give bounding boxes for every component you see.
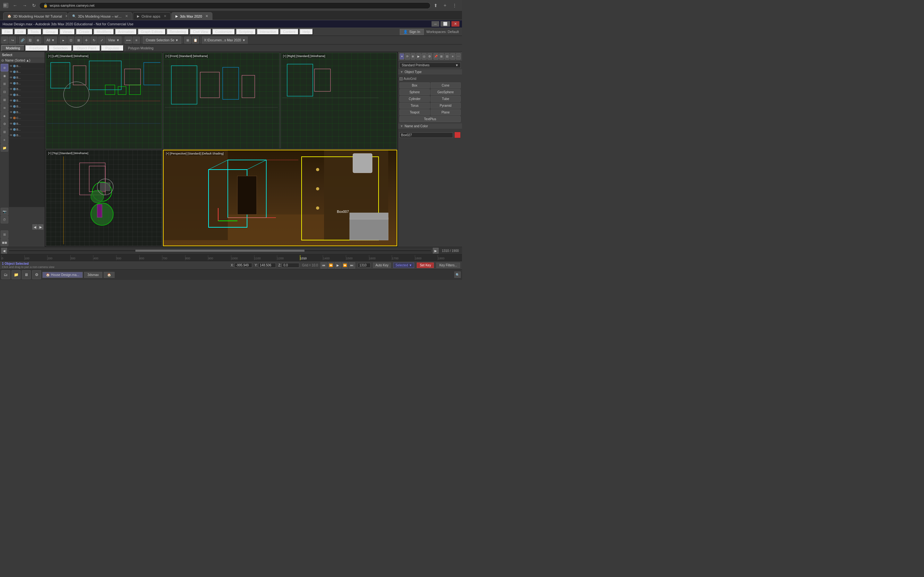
taskbar-3dsmax[interactable]: 3dsmax — [84, 272, 102, 278]
expand-btn[interactable]: ⊟ — [3, 3, 8, 8]
taskbar-house-design[interactable]: 🏠 House Design.ma... — [42, 272, 83, 278]
menu-views[interactable]: Views — [59, 29, 75, 35]
list-item[interactable]: 👁 B... — [9, 92, 45, 98]
workspace-path-dropdown[interactable]: X:\Documen...s Max 2020 ▼ — [202, 37, 248, 44]
visibility-eye[interactable]: 👁 — [10, 82, 13, 85]
address-bar[interactable]: 🔒 wcpss-samphire.cameyo.net — [39, 2, 431, 9]
textplus-button[interactable]: TextPlus — [399, 116, 461, 122]
x-input[interactable] — [234, 263, 252, 268]
cone-button[interactable]: Cone — [431, 82, 461, 89]
grid-btn[interactable]: ⊞ — [1, 230, 8, 238]
subtab-populate[interactable]: Populate — [101, 45, 124, 51]
utilities-btn[interactable]: ⚙ — [1, 120, 8, 127]
back-button[interactable]: ← — [11, 2, 19, 9]
visibility-eye[interactable]: 👁 — [10, 128, 13, 131]
filter-btn[interactable]: ≡ — [1, 136, 8, 143]
forward-button[interactable]: → — [21, 2, 29, 9]
key-filters-button[interactable]: Key Filters... — [436, 263, 460, 268]
layer-mgr-btn[interactable]: ⊞ — [184, 37, 191, 44]
rp-extra2-btn[interactable]: ⊟ — [445, 53, 449, 60]
snap-btn[interactable]: ⊞ — [1, 128, 8, 135]
subtab-modeling[interactable]: Modeling — [1, 45, 25, 51]
select-region-btn[interactable]: ⊡ — [67, 37, 74, 44]
motion-btn[interactable]: ≋ — [1, 104, 8, 111]
menu-file[interactable]: File — [1, 29, 13, 35]
visibility-eye[interactable]: 👁 — [10, 87, 13, 91]
reload-button[interactable]: ↻ — [30, 2, 38, 9]
link-button[interactable]: 🔗 — [19, 37, 26, 44]
subtab-freeform[interactable]: Freeform — [25, 45, 48, 51]
list-item[interactable]: 👁 B... — [9, 103, 45, 109]
subtab-object-paint[interactable]: Object Paint — [73, 45, 101, 51]
z-input[interactable] — [282, 263, 299, 268]
autogrid-checkbox[interactable] — [399, 77, 403, 81]
stats-btn[interactable]: ◼◼ — [1, 239, 8, 246]
rp-create-btn[interactable]: ✦ — [399, 53, 404, 60]
object-name-input[interactable] — [399, 132, 453, 138]
next-arrow[interactable]: ▶ — [38, 224, 43, 229]
selected-badge[interactable]: Selected ▼ — [393, 263, 415, 268]
go-start-btn[interactable]: ⏮ — [320, 262, 327, 269]
lasso-select-btn[interactable]: ⊠ — [75, 37, 82, 44]
titlebar-controls[interactable]: ─ ⬜ ✕ — [431, 21, 459, 27]
viewport-front[interactable]: [+] [Front] [Standard] [Wireframe] — [163, 53, 280, 149]
new-tab-button[interactable]: ＋ — [441, 2, 449, 9]
time-btn[interactable]: ⏱ — [1, 216, 8, 223]
viewport-top-right[interactable]: [+] [Right] [Standard] [Wireframe] — [280, 53, 397, 149]
visibility-eye[interactable]: 👁 — [10, 70, 13, 73]
rp-pin-btn[interactable]: 📌 — [433, 53, 438, 60]
visibility-eye[interactable]: 👁 — [10, 134, 13, 137]
scroll-left-btn[interactable]: ◀ — [1, 248, 7, 253]
menu-civil-view[interactable]: Civil View — [190, 29, 211, 35]
create-selection-button[interactable]: Create Selection Se ▼ — [143, 37, 181, 44]
redo-button[interactable]: ↪ — [9, 37, 16, 44]
autogrid-checkbox-label[interactable]: AutoGrid — [399, 77, 416, 81]
render-btn[interactable]: 📷 — [1, 208, 8, 215]
list-item[interactable]: 👁 B... — [9, 109, 45, 115]
bind-button[interactable]: ⊕ — [34, 37, 41, 44]
list-item[interactable]: 👁 B... — [9, 75, 45, 81]
menu-help[interactable]: Help — [299, 29, 313, 35]
list-item[interactable]: 👁 B... — [9, 69, 45, 75]
menu-modifiers[interactable]: Modifiers — [94, 29, 114, 35]
rp-motion-btn[interactable]: ▶ — [416, 53, 421, 60]
subtab-selection[interactable]: Selection — [48, 45, 72, 51]
menu-interactive[interactable]: Interactive — [257, 29, 279, 35]
menu-button[interactable]: ⋮ — [451, 2, 459, 9]
visibility-eye[interactable]: 👁 — [10, 93, 13, 97]
menu-animation[interactable]: Animation — [115, 29, 137, 35]
layer-dropdown[interactable]: All ▼ — [44, 37, 57, 44]
select-mode-btn[interactable]: ⊕ — [1, 64, 8, 71]
taskbar-icon-folder[interactable]: 🗂 — [1, 270, 10, 279]
window-controls[interactable]: ⊟ — [3, 3, 8, 8]
rp-display-btn[interactable]: ◎ — [422, 53, 426, 60]
list-item[interactable]: 👁 B... — [9, 127, 45, 132]
tab-close-1[interactable]: ✕ — [65, 14, 67, 18]
menu-create[interactable]: Create — [76, 29, 93, 35]
name-color-section-header[interactable]: ▼ Name and Color — [398, 123, 462, 129]
tab-online-apps[interactable]: ▶ Online apps ✕ — [133, 12, 171, 20]
scale-btn[interactable]: ⤢ — [98, 37, 105, 44]
rp-hierarchy-btn[interactable]: ⊕ — [411, 53, 415, 60]
menu-edit[interactable]: Edit — [14, 29, 27, 35]
select-object-btn[interactable]: ▸ — [60, 37, 67, 44]
visibility-eye[interactable]: 👁 — [10, 105, 13, 108]
scroll-right-btn[interactable]: ▶ — [433, 248, 439, 253]
torus-button[interactable]: Torus — [399, 103, 430, 109]
teapot-button[interactable]: Teapot — [399, 109, 430, 115]
visibility-eye[interactable]: 👁 — [10, 76, 13, 79]
link-mode-btn[interactable]: ⊠ — [1, 96, 8, 103]
frame-input[interactable] — [358, 263, 371, 268]
tab-close-2[interactable]: ✕ — [125, 14, 128, 18]
search-btn[interactable]: 🔍 — [454, 271, 461, 278]
unlink-button[interactable]: ⛓ — [27, 37, 34, 44]
menu-content[interactable]: Content — [280, 29, 299, 35]
pyramid-button[interactable]: Pyramid — [431, 103, 461, 109]
scroll-track[interactable] — [8, 250, 431, 252]
cylinder-button[interactable]: Cylinder — [399, 96, 430, 102]
go-end-btn[interactable]: ⏭ — [349, 262, 355, 269]
list-item[interactable]: 👁 B... — [9, 86, 45, 92]
auto-key-button[interactable]: Auto Key — [373, 263, 391, 268]
prev-frame-btn[interactable]: ⏪ — [328, 262, 334, 269]
list-item[interactable]: 👁 B... — [9, 98, 45, 103]
